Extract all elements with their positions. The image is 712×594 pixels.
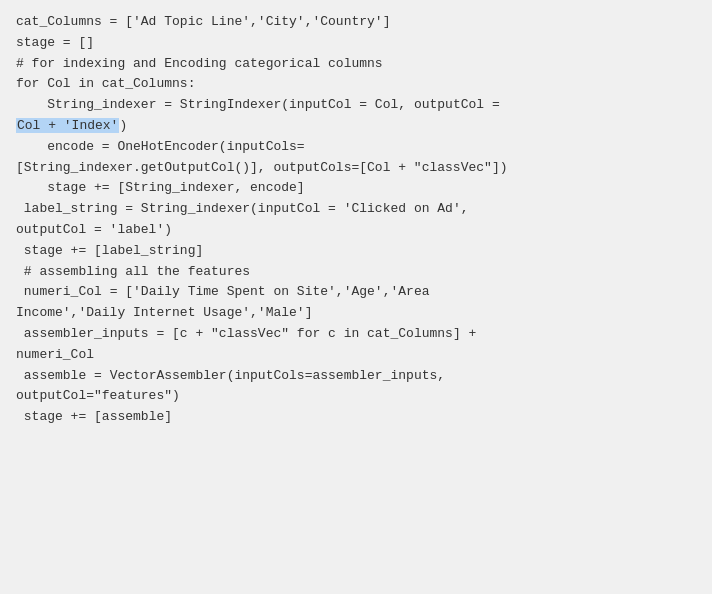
code-line: Income','Daily Internet Usage','Male'] [16,305,312,320]
code-line: # for indexing and Encoding categorical … [16,56,383,71]
code-line: cat_Columns = ['Ad Topic Line','City','C… [16,14,390,29]
code-line: outputCol = 'label') [16,222,172,237]
code-line: stage += [assemble] [16,409,172,424]
code-line: numeri_Col = ['Daily Time Spent on Site'… [16,284,429,299]
code-line: # assembling all the features [16,264,250,279]
code-line: outputCol="features") [16,388,180,403]
code-line: stage += [label_string] [16,243,203,258]
code-line: [String_indexer.getOutputCol()], outputC… [16,160,507,175]
code-line: stage += [String_indexer, encode] [16,180,305,195]
code-line: assembler_inputs = [c + "classVec" for c… [16,326,476,341]
code-line: label_string = String_indexer(inputCol =… [16,201,469,216]
code-line: encode = OneHotEncoder(inputCols= [16,139,305,154]
code-container: cat_Columns = ['Ad Topic Line','City','C… [0,0,712,594]
code-line: for Col in cat_Columns: [16,76,195,91]
code-line: numeri_Col [16,347,94,362]
code-line: Col + 'Index') [16,118,127,133]
code-block: cat_Columns = ['Ad Topic Line','City','C… [16,12,696,428]
code-line: String_indexer = StringIndexer(inputCol … [16,97,500,112]
code-line: stage = [] [16,35,94,50]
code-line: assemble = VectorAssembler(inputCols=ass… [16,368,445,383]
col-index-highlight: Col + 'Index' [16,118,119,133]
